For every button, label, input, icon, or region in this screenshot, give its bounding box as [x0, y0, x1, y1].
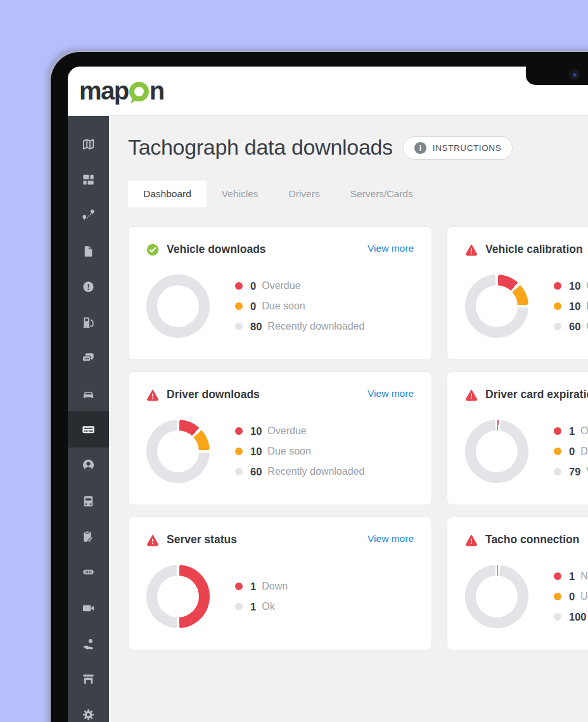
sidebar-item-dashboard[interactable] — [68, 162, 109, 197]
sidebar-item-driver-care[interactable] — [68, 626, 109, 661]
warning-icon — [465, 389, 478, 401]
sidebar-item-messages[interactable] — [68, 340, 109, 376]
legend-row: 10Overdue — [235, 425, 364, 437]
card-vehicle-downloads: Vehicle downloads View more 0Overdue 0Du… — [128, 226, 432, 360]
sidebar-item-fuel[interactable] — [68, 304, 109, 340]
dashboard-grid: Vehicle downloads View more 0Overdue 0Du… — [128, 226, 588, 650]
logo-text-right: n — [150, 77, 164, 105]
fleet-icon — [81, 494, 96, 508]
warning-icon — [465, 243, 478, 256]
sidebar-item-documents[interactable] — [68, 233, 109, 269]
legend-row: 0Due soon — [235, 300, 364, 313]
settings-icon — [81, 707, 96, 722]
legend-dot — [235, 583, 243, 590]
warning-icon — [465, 534, 478, 546]
map-icon — [81, 137, 96, 151]
legend: 10Overdue 10Due soon 60Recently download… — [235, 425, 364, 478]
legend: 10Overdue 10Due soon 60Ok — [554, 280, 588, 333]
logo-o-icon — [129, 82, 149, 101]
sidebar-item-tasks[interactable] — [68, 519, 109, 554]
sidebar-item-camera[interactable] — [68, 590, 109, 626]
legend-dot — [235, 468, 243, 475]
routes-icon — [81, 208, 96, 222]
view-more-link[interactable]: View more — [368, 388, 414, 399]
card-driver-downloads: Driver downloads View more 10Overdue 10D… — [128, 371, 432, 505]
sidebar-item-fleet[interactable] — [68, 483, 109, 519]
top-bar: mapn — [68, 67, 588, 116]
donut-chart — [146, 274, 210, 338]
device-screen: mapn — [68, 67, 588, 722]
sidebar-item-garage[interactable] — [68, 661, 109, 697]
camera-notch — [526, 67, 588, 85]
tab-drivers[interactable]: Drivers — [274, 181, 335, 207]
card-vehicle-calibration: Vehicle calibration 10Overdue 10Due soon… — [447, 226, 588, 360]
instructions-label: INSTRUCTIONS — [433, 143, 501, 153]
legend-row: 0Unstable — [554, 591, 588, 603]
legend-row: 0Overdue — [235, 280, 364, 292]
info-icon: i — [414, 142, 426, 154]
legend-dot — [554, 448, 561, 455]
main-content: Tachograph data downloads i INSTRUCTIONS… — [109, 116, 588, 722]
legend: 0Overdue 0Due soon 80Recently downloaded — [235, 280, 364, 333]
card-title: Server status — [167, 533, 237, 546]
legend-dot — [235, 603, 243, 610]
legend-row: 100Ok — [554, 611, 588, 623]
sidebar-item-drivers[interactable] — [68, 448, 109, 483]
tab-vehicles[interactable]: Vehicles — [207, 181, 274, 207]
legend-row: 0Due soon — [554, 446, 588, 458]
logo-text-left: map — [79, 77, 129, 105]
tasks-icon — [81, 529, 96, 544]
view-more-link[interactable]: View more — [368, 533, 414, 545]
tab-dashboard[interactable]: Dashboard — [128, 181, 207, 207]
legend-dot — [235, 302, 243, 310]
donut-chart — [465, 274, 528, 338]
legend-row: 1Overdue — [554, 425, 588, 437]
legend-row: 60Recently downloaded — [235, 466, 364, 478]
legend-row: 10Overdue — [554, 280, 588, 292]
legend-row: 80Recently downloaded — [235, 321, 364, 333]
fuel-icon — [81, 315, 96, 330]
legend-row: 60Ok — [554, 321, 588, 333]
warning-icon — [146, 534, 159, 546]
instructions-button[interactable]: i INSTRUCTIONS — [403, 136, 513, 160]
logo[interactable]: mapn — [79, 77, 164, 105]
legend-dot — [554, 323, 561, 330]
camera-lens-icon — [569, 69, 580, 80]
sidebar-item-routes[interactable] — [68, 198, 109, 233]
card-tacho-connection: Tacho connection 1No connection 0Unstabl… — [447, 517, 588, 650]
legend-dot — [235, 427, 243, 435]
card-title: Driver downloads — [167, 388, 260, 401]
app-sidebar — [68, 116, 109, 722]
legend-dot — [554, 613, 561, 621]
view-more-link[interactable]: View more — [368, 243, 414, 254]
legend-row: 79Valid — [554, 466, 588, 478]
drivers-icon — [81, 458, 96, 472]
legend-row: 1Down — [235, 581, 288, 593]
sidebar-item-hardware[interactable] — [68, 555, 109, 590]
legend: 1Down 1Ok — [235, 581, 288, 613]
legend-dot — [554, 302, 561, 310]
sidebar-item-settings[interactable] — [68, 697, 109, 722]
card-title: Driver card expiration — [485, 388, 588, 401]
sidebar-item-map[interactable] — [68, 126, 109, 162]
camera-icon — [81, 601, 96, 616]
legend-row: 1No connection — [554, 571, 588, 583]
device-frame: mapn — [51, 52, 588, 722]
sidebar-item-tachograph[interactable] — [68, 411, 109, 447]
driver-care-icon — [81, 636, 96, 651]
donut-chart — [465, 565, 528, 628]
card-server-status: Server status View more 1Down 1Ok — [128, 517, 432, 650]
messages-icon — [81, 351, 96, 365]
tab-servers-cards[interactable]: Servers/Cards — [335, 181, 428, 207]
legend-row: 1Ok — [235, 601, 288, 613]
sidebar-item-alerts[interactable] — [68, 269, 109, 304]
legend-row: 10Due soon — [235, 446, 364, 458]
hardware-icon — [81, 565, 96, 579]
legend-dot — [554, 593, 561, 600]
donut-chart — [146, 565, 210, 628]
legend-dot — [235, 282, 243, 290]
dashboard-icon — [81, 172, 96, 187]
tachograph-icon — [81, 422, 96, 437]
card-title: Vehicle calibration — [485, 243, 583, 256]
sidebar-item-vehicles[interactable] — [68, 376, 109, 411]
